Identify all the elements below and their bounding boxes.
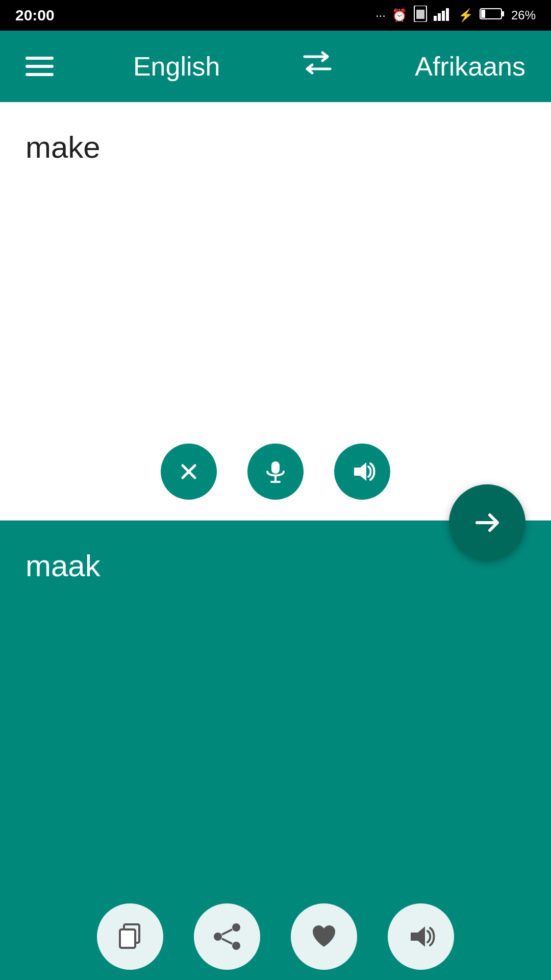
battery-icon xyxy=(480,7,505,24)
svg-point-17 xyxy=(214,933,222,941)
more-icon: ··· xyxy=(375,8,386,22)
menu-line-1 xyxy=(26,57,54,60)
signal-icon xyxy=(434,7,452,24)
target-speak-button[interactable] xyxy=(388,903,454,970)
menu-line-2 xyxy=(26,65,54,68)
battery-percent: 26% xyxy=(511,8,536,22)
svg-line-19 xyxy=(222,929,232,935)
status-time: 20:00 xyxy=(15,7,55,24)
translate-button[interactable] xyxy=(449,484,525,561)
source-speak-button[interactable] xyxy=(334,444,390,500)
source-language-button[interactable]: English xyxy=(133,51,220,82)
share-button[interactable] xyxy=(194,903,260,970)
status-icons: ··· ⏰ ⚡ 26% xyxy=(375,6,536,25)
target-actions xyxy=(0,903,551,970)
svg-point-18 xyxy=(232,942,240,950)
svg-rect-7 xyxy=(502,11,504,16)
svg-rect-5 xyxy=(446,8,449,21)
source-panel: make xyxy=(0,102,551,521)
menu-button[interactable] xyxy=(26,57,54,76)
microphone-button[interactable] xyxy=(247,444,304,500)
menu-line-3 xyxy=(26,73,54,76)
svg-rect-15 xyxy=(120,929,135,948)
svg-point-16 xyxy=(232,923,240,932)
battery-charging-icon: ⚡ xyxy=(458,8,473,22)
svg-rect-1 xyxy=(416,10,424,19)
clear-button[interactable] xyxy=(161,444,217,500)
svg-rect-4 xyxy=(442,11,445,21)
status-bar: 20:00 ··· ⏰ ⚡ 26% xyxy=(0,0,551,31)
svg-line-20 xyxy=(222,939,232,944)
alarm-icon: ⏰ xyxy=(392,8,407,22)
favorite-button[interactable] xyxy=(291,903,357,970)
nav-bar: English Afrikaans xyxy=(0,31,551,102)
svg-rect-3 xyxy=(438,13,441,21)
svg-rect-2 xyxy=(434,16,437,21)
target-text: maak xyxy=(26,546,525,586)
sim-icon xyxy=(413,6,428,25)
source-text[interactable]: make xyxy=(26,128,525,167)
target-panel: maak xyxy=(0,521,551,980)
copy-button[interactable] xyxy=(97,903,163,970)
svg-rect-11 xyxy=(271,461,280,474)
target-language-button[interactable]: Afrikaans xyxy=(415,51,525,82)
swap-languages-button[interactable] xyxy=(299,47,335,85)
svg-rect-8 xyxy=(481,10,485,18)
